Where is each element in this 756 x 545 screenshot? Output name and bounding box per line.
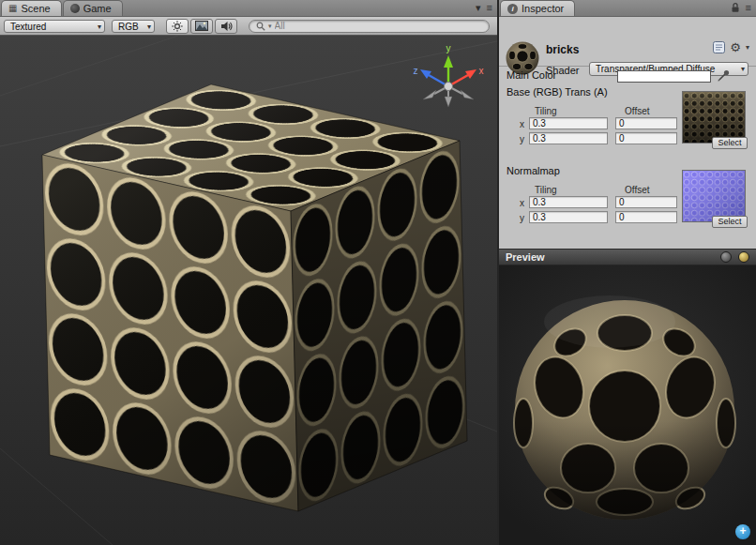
normalmap-tiling-y-input[interactable] — [529, 211, 608, 223]
eyedropper-icon[interactable] — [717, 68, 731, 83]
base-offset-header: Offset — [625, 106, 650, 116]
material-header: bricks ⚙ ▾ Shader Transparent/Bumped Dif… — [499, 17, 756, 67]
normalmap-thumbnail[interactable] — [682, 170, 746, 222]
tab-scene[interactable]: ▦ Scene — [1, 0, 62, 16]
audio-toggle-button[interactable] — [215, 19, 237, 34]
gizmo-z-label: z — [414, 66, 418, 76]
inspector-pane: i Inspector ≡ — [499, 0, 756, 545]
main-color-label: Main Color — [507, 69, 556, 81]
tab-inspector-label: Inspector — [522, 3, 564, 14]
gizmo-center-knob[interactable] — [445, 83, 453, 91]
render-mode-dropdown[interactable]: Textured ▾ — [4, 20, 105, 33]
context-menu-chevron-icon[interactable]: ▾ — [746, 43, 749, 52]
speaker-icon — [220, 21, 233, 32]
inspector-pane-controls: ≡ — [731, 0, 756, 16]
gizmo-y-cone[interactable] — [444, 55, 453, 68]
normalmap-offset-header: Offset — [625, 185, 650, 195]
unity-editor-window: ▦ Scene Game ▾ ≡ Textured ▾ RGB ▾ — [0, 0, 756, 545]
normalmap-tiling-x-input[interactable] — [529, 196, 608, 208]
tab-inspector[interactable]: i Inspector — [500, 0, 575, 16]
preview-light-button[interactable] — [738, 251, 749, 263]
gizmo-z-cone[interactable] — [420, 69, 431, 79]
scene-search[interactable]: ▾ — [249, 20, 490, 33]
base-texture-select-button[interactable]: Select — [712, 137, 748, 149]
base-row-y-label: y — [520, 134, 524, 144]
preview-header[interactable]: Preview — [499, 249, 756, 265]
channel-mode-dropdown[interactable]: RGB ▾ — [112, 20, 155, 33]
tab-game-label: Game — [83, 3, 112, 14]
material-name: bricks — [546, 43, 579, 56]
lock-icon[interactable] — [731, 2, 740, 13]
base-offset-y-input[interactable] — [615, 132, 677, 144]
chevron-down-icon: ▾ — [147, 21, 151, 33]
scene-grid-icon: ▦ — [8, 4, 17, 13]
normalmap-select-button[interactable]: Select — [712, 216, 748, 228]
base-texture-label: Base (RGB) Trans (A) — [507, 86, 608, 98]
gizmo-x-cone[interactable] — [465, 69, 476, 79]
normalmap-row-x-label: x — [520, 198, 524, 208]
preview-add-button[interactable]: + — [735, 524, 750, 539]
render-mode-value: Textured — [10, 22, 46, 32]
base-texture-thumbnail[interactable] — [682, 91, 746, 144]
material-header-icons: ⚙ ▾ — [713, 41, 749, 53]
normalmap-tiling-header: Tiling — [535, 185, 557, 195]
gizmo-neg-x-cone[interactable] — [423, 90, 436, 99]
help-doc-icon[interactable] — [713, 41, 725, 53]
preview-header-buttons — [720, 251, 749, 263]
skybox-toggle-button[interactable] — [190, 19, 213, 34]
gizmo-x-label: x — [479, 66, 484, 76]
gizmo-neg-y-cone[interactable] — [445, 97, 452, 107]
base-texture-image — [683, 92, 745, 143]
inspector-tabstrip: i Inspector ≡ — [499, 0, 756, 17]
base-tiling-x-input[interactable] — [529, 117, 608, 129]
preview-title: Preview — [506, 251, 545, 263]
normalmap-offset-x-input[interactable] — [615, 196, 677, 208]
pane-menu-icon[interactable]: ≡ — [487, 0, 492, 16]
base-tiling-y-input[interactable] — [529, 132, 608, 144]
normalmap-label: Normalmap — [507, 165, 560, 176]
scene-pane: ▦ Scene Game ▾ ≡ Textured ▾ RGB ▾ — [0, 0, 497, 545]
preview-mesh-button[interactable] — [720, 251, 732, 263]
search-input[interactable] — [275, 21, 482, 32]
chevron-down-icon: ▾ — [741, 63, 745, 76]
normalmap-offset-y-input[interactable] — [615, 211, 677, 223]
tab-game[interactable]: Game — [63, 0, 123, 16]
scene-pane-controls: ▾ ≡ — [476, 0, 497, 16]
channel-mode-value: RGB — [118, 22, 139, 32]
scene-toolbar: Textured ▾ RGB ▾ — [0, 17, 497, 36]
pane-dropdown-icon[interactable]: ▾ — [476, 0, 481, 16]
tab-scene-label: Scene — [21, 3, 50, 14]
gear-icon[interactable]: ⚙ — [730, 41, 741, 53]
image-icon — [195, 21, 208, 31]
scene-viewport[interactable]: y x z — [0, 36, 497, 545]
pane-menu-icon[interactable]: ≡ — [746, 0, 751, 16]
base-tiling-header: Tiling — [535, 106, 557, 116]
inspector-icon: i — [507, 4, 518, 14]
chevron-down-icon: ▾ — [98, 21, 101, 33]
scene-tabstrip: ▦ Scene Game ▾ ≡ — [0, 0, 497, 17]
gizmo-y-label: y — [446, 43, 451, 53]
normalmap-row-y-label: y — [520, 213, 524, 223]
search-filter-chevron-icon[interactable]: ▾ — [268, 18, 272, 35]
base-row-x-label: x — [520, 119, 524, 129]
orientation-gizmo[interactable]: y x z — [411, 43, 486, 122]
gizmo-neg-z-cone[interactable] — [461, 90, 474, 99]
preview-sphere — [499, 265, 756, 545]
base-offset-x-input[interactable] — [615, 117, 677, 129]
main-color-swatch[interactable] — [617, 70, 711, 83]
normalmap-image — [683, 171, 745, 221]
search-icon — [256, 22, 265, 31]
preview-body[interactable]: + — [499, 265, 756, 545]
scene-toggle-group — [166, 19, 237, 34]
sun-icon — [172, 21, 183, 32]
game-icon — [70, 4, 80, 13]
lighting-toggle-button[interactable] — [166, 19, 189, 34]
